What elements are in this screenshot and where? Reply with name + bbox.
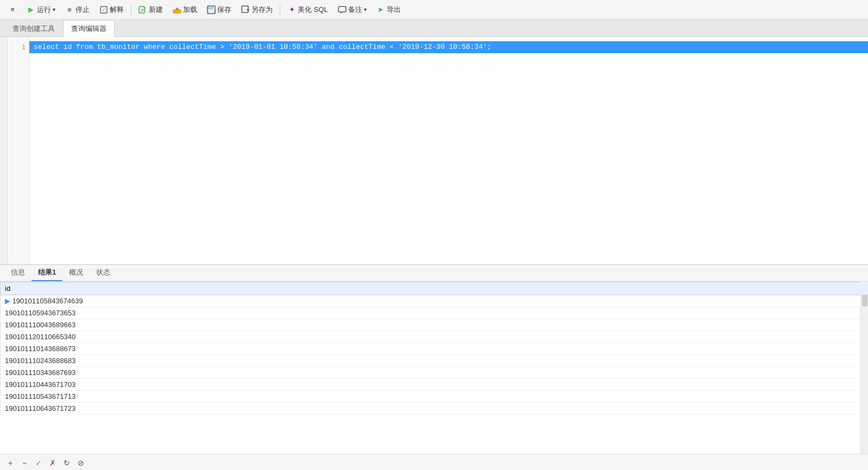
code-line-1[interactable]: select id from tb_monitor where collectT… — [29, 41, 868, 53]
bottom-toolbar: + − ✓ ✗ ↻ ⊘ — [0, 454, 868, 470]
toolbar: ≡ ▶ 运行 ▾ ■ 停止 ✓ 解释 新建 加载 保存 — [0, 0, 868, 20]
table-row[interactable]: 190101110143688673 — [1, 343, 868, 355]
save-as-icon — [241, 5, 250, 14]
beautify-icon: ✦ — [287, 5, 296, 14]
new-icon — [139, 5, 147, 14]
table-row[interactable]: 190101110543671713 — [1, 391, 868, 403]
save-as-button[interactable]: 另存为 — [237, 3, 276, 16]
menu-icon: ≡ — [8, 5, 17, 14]
svg-rect-6 — [209, 10, 214, 13]
result-scrollbar-v[interactable] — [860, 282, 868, 454]
load-button[interactable]: 加载 — [169, 3, 201, 16]
cancel-op-button[interactable]: ⊘ — [75, 457, 87, 469]
new-button[interactable]: 新建 — [135, 3, 167, 16]
comment-button[interactable]: 备注 ▾ — [334, 3, 370, 16]
stop-icon: ■ — [65, 5, 74, 14]
table-row[interactable]: 190101110643671723 — [1, 403, 868, 415]
tab-query-editor[interactable]: 查询编辑器 — [63, 20, 115, 37]
table-row[interactable]: 190101110243688683 — [1, 355, 868, 367]
beautify-button[interactable]: ✦ 美化 SQL — [284, 3, 332, 16]
line-number-1: 1 — [8, 41, 29, 53]
editor-area: 1 select id from tb_monitor where collec… — [0, 37, 868, 265]
svg-text:✓: ✓ — [102, 7, 106, 12]
left-scrollbar[interactable] — [0, 37, 8, 264]
discard-button[interactable]: ✗ — [47, 457, 59, 469]
svg-rect-2 — [139, 7, 144, 13]
stop-button[interactable]: ■ 停止 — [61, 3, 93, 16]
result-content[interactable]: id ▶ 19010110584367463919010110594367365… — [0, 282, 868, 454]
tabs-bar: 查询创建工具 查询编辑器 — [0, 20, 868, 37]
table-row[interactable]: 190101110343687693 — [1, 367, 868, 379]
row-marker: ▶ — [5, 297, 12, 305]
explain-button[interactable]: ✓ 解释 — [96, 3, 128, 16]
result-tab-overview[interactable]: 概况 — [62, 265, 90, 281]
refresh-button[interactable]: ↻ — [61, 457, 73, 469]
editor-content[interactable]: select id from tb_monitor where collectT… — [29, 37, 868, 264]
load-icon — [173, 5, 181, 14]
run-icon: ▶ — [27, 5, 35, 14]
result-tab-info[interactable]: 信息 — [4, 265, 32, 281]
explain-icon: ✓ — [99, 5, 108, 14]
export-icon: ➤ — [376, 5, 385, 14]
separator2 — [280, 4, 280, 15]
data-table: id ▶ 19010110584367463919010110594367365… — [0, 282, 868, 415]
confirm-button[interactable]: ✓ — [33, 457, 45, 469]
svg-rect-3 — [173, 10, 181, 13]
table-row[interactable]: 190101120110665340 — [1, 331, 868, 343]
main-content: 1 select id from tb_monitor where collec… — [0, 37, 868, 470]
add-row-button[interactable]: + — [4, 457, 16, 469]
svg-rect-5 — [209, 6, 213, 9]
menu-button[interactable]: ≡ — [4, 4, 21, 16]
svg-rect-7 — [242, 6, 248, 12]
table-row[interactable]: 190101105943673653 — [1, 307, 868, 319]
remove-row-button[interactable]: − — [18, 457, 30, 469]
bottom-panel: 信息 结果1 概况 状态 id — [0, 265, 868, 470]
export-button[interactable]: ➤ 导出 — [373, 3, 405, 16]
table-row[interactable]: 190101110443671703 — [1, 379, 868, 391]
table-header-id: id — [1, 282, 868, 295]
result-tab-status[interactable]: 状态 — [90, 265, 117, 281]
save-icon — [207, 5, 216, 14]
comment-icon — [338, 5, 347, 14]
result-tab-result1[interactable]: 结果1 — [32, 265, 62, 281]
run-button[interactable]: ▶ 运行 ▾ — [23, 3, 59, 16]
table-row[interactable]: 190101110043689663 — [1, 319, 868, 331]
result-tabs: 信息 结果1 概况 状态 — [0, 265, 868, 282]
separator1 — [131, 4, 131, 15]
save-button[interactable]: 保存 — [203, 3, 235, 16]
line-numbers: 1 — [8, 37, 29, 264]
table-row[interactable]: ▶ 190101105843674639 — [1, 295, 868, 307]
svg-rect-8 — [338, 7, 346, 12]
tab-query-builder[interactable]: 查询创建工具 — [4, 20, 63, 37]
